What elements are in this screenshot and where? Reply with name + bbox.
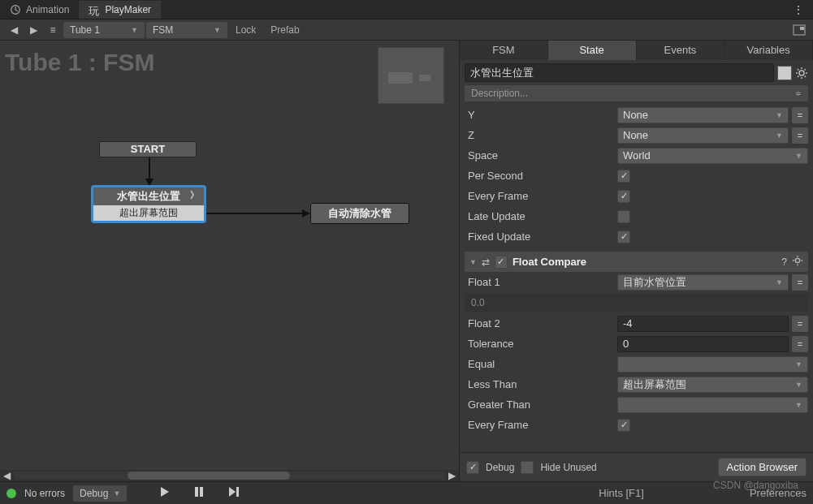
toolbar: ◀ ▶ ≡ Tube 1 ▼ FSM ▼ Lock Prefab [0,19,813,41]
state-node-clear[interactable]: 自动清除水管 [310,203,409,224]
play-button[interactable] [159,486,171,500]
svg-marker-12 [229,487,236,497]
svg-rect-11 [200,487,203,497]
fsm-dropdown-label: FSM [153,24,173,36]
greaterthan-dropdown[interactable]: ▼ [617,397,808,413]
variable-toggle[interactable]: = [792,127,808,144]
forward-button[interactable]: ▶ [24,22,42,38]
state-name-input[interactable] [465,63,774,82]
list-button[interactable]: ≡ [44,22,62,38]
variable-toggle[interactable]: = [792,274,808,291]
state-header: 水管出生位置 》 [93,187,204,205]
svg-rect-10 [195,487,198,497]
fsm-canvas[interactable]: Tube 1 : FSM START 水管出生位置 》 超出屏幕范围 自动清除水… [0,41,459,481]
window-menu-icon[interactable]: ⋮ [785,3,813,16]
variable-toggle[interactable]: = [792,336,808,352]
prop-label-equal: Equal [465,358,614,370]
hideunused-label: Hide Unused [540,462,596,473]
everyframe-checkbox[interactable]: ✓ [617,190,630,203]
error-status[interactable]: No errors [24,488,65,499]
action-link-icon: ⇄ [482,256,490,268]
minimap-toggle[interactable] [790,22,808,38]
fixedupdate-checkbox[interactable]: ✓ [617,230,630,243]
action-browser-button[interactable]: Action Browser [718,458,807,476]
prop-label-z: Z [465,129,614,141]
persecond-checkbox[interactable]: ✓ [617,170,630,183]
hideunused-checkbox[interactable] [521,461,534,474]
tab-variables[interactable]: Variables [724,41,813,60]
minimap-node [388,72,413,84]
canvas-h-scrollbar[interactable]: ◀ ▶ [0,470,459,481]
hints-button[interactable]: Hints [F1] [599,487,644,499]
start-node[interactable]: START [99,141,197,157]
prefab-button[interactable]: Prefab [264,23,305,37]
status-bar: No errors Debug▼ Hints [F1] Preferences [0,481,813,504]
y-dropdown[interactable]: None▼ [617,107,789,123]
state-transition[interactable]: 超出屏幕范围 [93,205,204,221]
tab-events[interactable]: Events [637,41,725,60]
lock-toggle[interactable]: Lock [229,23,262,37]
transition-arrow [206,207,314,220]
debug-dropdown[interactable]: Debug▼ [73,485,127,502]
transition-arrow [143,157,159,188]
tab-fsm[interactable]: FSM [460,41,548,60]
preferences-button[interactable]: Preferences [750,487,807,499]
float1-dropdown[interactable]: 目前水管位置▼ [617,274,789,291]
minimap-node [419,75,430,81]
space-dropdown[interactable]: World▼ [617,148,808,164]
help-icon[interactable]: ? [781,256,787,268]
gear-icon[interactable] [795,67,808,80]
prop-label-float1: Float 1 [465,276,614,288]
foldout-icon[interactable]: ▼ [469,258,477,266]
prop-label-float2: Float 2 [465,317,614,330]
lessthan-dropdown[interactable]: 超出屏幕范围▼ [617,377,808,393]
minimap[interactable] [378,47,444,104]
prop-label-lessthan: Less Than [465,378,614,390]
tab-animation[interactable]: Animation [0,1,79,19]
state-name: 水管出生位置 [117,190,180,202]
debug-checkbox[interactable]: ✓ [466,461,479,474]
variable-toggle[interactable]: = [792,107,808,123]
lateupdate-checkbox[interactable] [617,210,630,223]
gear-icon[interactable] [792,255,803,269]
inspector-panel: FSM State Events Variables Description..… [459,41,813,481]
prop-label-everyframe2: Every Frame [465,419,614,431]
tab-label: PlayMaker [105,4,151,15]
tab-state[interactable]: State [548,41,637,60]
tolerance-input[interactable] [617,336,789,352]
prop-label-everyframe: Every Frame [465,190,614,202]
prop-label-lateupdate: Late Update [465,210,614,222]
prop-label-tolerance: Tolerance [465,338,614,350]
clock-icon [10,4,21,15]
description-field[interactable]: Description... ≑ [465,85,808,101]
prop-label-persecond: Per Second [465,170,614,182]
action-enabled-checkbox[interactable]: ✓ [495,256,508,269]
action-header-floatcompare[interactable]: ▼ ⇄ ✓ Float Compare ? [465,252,808,272]
svg-marker-9 [161,487,169,497]
svg-marker-6 [302,209,310,218]
back-button[interactable]: ◀ [5,22,23,38]
fsm-dropdown[interactable]: FSM ▼ [146,22,227,38]
action-title: Float Compare [512,256,776,268]
everyframe2-checkbox[interactable]: ✓ [617,419,630,432]
variable-toggle[interactable]: = [792,316,808,332]
state-color-swatch[interactable] [777,66,792,80]
float1-value-readonly: 0.0 [465,294,808,312]
debug-label: Debug [486,462,514,473]
svg-rect-2 [800,27,804,30]
equal-dropdown[interactable]: ▼ [617,356,808,373]
object-dropdown-label: Tube 1 [70,24,100,36]
tab-playmaker[interactable]: 玩 PlayMaker [79,1,161,19]
prop-label-space: Space [465,149,614,162]
play-controls [159,486,240,500]
breakpoint-icon: 》 [190,189,199,201]
object-dropdown[interactable]: Tube 1 ▼ [63,22,145,38]
description-placeholder: Description... [471,88,528,99]
expand-icon: ≑ [795,89,802,97]
step-button[interactable] [227,486,240,500]
float2-input[interactable] [617,316,789,332]
pause-button[interactable] [193,486,205,500]
state-node-spawn[interactable]: 水管出生位置 》 超出屏幕范围 [91,185,206,223]
z-dropdown[interactable]: None▼ [617,127,789,144]
prop-label-y: Y [465,109,614,121]
